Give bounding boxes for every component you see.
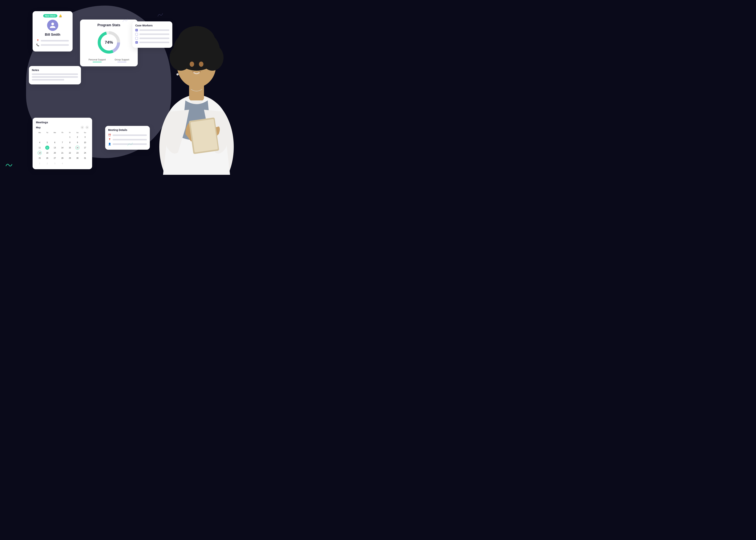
cal-day[interactable]: 1 bbox=[66, 134, 74, 140]
calendar-week-6: 1 2 3 4 bbox=[36, 161, 89, 166]
cal-day[interactable]: 16 bbox=[74, 145, 81, 150]
day-header-sa: Sa bbox=[74, 131, 81, 134]
cal-day[interactable]: 5 bbox=[44, 140, 51, 145]
legend-personal: Personal Support bbox=[89, 59, 106, 62]
cal-day[interactable]: 10 bbox=[81, 140, 89, 145]
cal-day[interactable]: 13 bbox=[51, 145, 59, 150]
cal-day[interactable]: 3 bbox=[81, 134, 89, 140]
bell-icon[interactable]: 🔔 bbox=[59, 14, 62, 17]
cal-day[interactable]: 22 bbox=[66, 150, 74, 156]
deco-icon-tr bbox=[157, 13, 163, 18]
calendar-week-1: 1 2 3 bbox=[36, 134, 89, 140]
checkbox-3[interactable] bbox=[135, 37, 138, 40]
cal-day[interactable]: 28 bbox=[59, 156, 66, 161]
cal-day[interactable]: 9 bbox=[74, 140, 81, 145]
calendar-week-3: 11 12 13 14 15 16 17 bbox=[36, 145, 89, 150]
day-header-tu: Tu bbox=[44, 131, 51, 134]
donut-chart: 74% bbox=[96, 29, 122, 56]
checkbox-1[interactable] bbox=[135, 29, 138, 32]
legend-group-label: Group Support bbox=[115, 59, 129, 61]
checkbox-2[interactable] bbox=[135, 33, 138, 36]
cal-day[interactable]: 18 bbox=[36, 150, 44, 156]
user-icon: 👤 bbox=[108, 143, 111, 145]
cal-day[interactable] bbox=[44, 134, 51, 140]
new-client-badge: New Client bbox=[43, 14, 57, 18]
calendar-card: Meetings May < > Mo Tu We Th Fr Sa Su bbox=[33, 118, 92, 169]
cal-day[interactable]: 25 bbox=[36, 156, 44, 161]
person-icon bbox=[49, 22, 56, 29]
checkbox-4[interactable] bbox=[135, 41, 138, 44]
brand-logo bbox=[5, 161, 13, 170]
cal-day[interactable] bbox=[51, 134, 59, 140]
cal-day[interactable]: 1 bbox=[36, 161, 44, 166]
caseworkers-title: Case Workers bbox=[135, 24, 169, 27]
legend-group: Group Support bbox=[115, 59, 129, 62]
teal-line bbox=[93, 62, 101, 62]
cal-day[interactable] bbox=[59, 134, 66, 140]
cal-day[interactable]: 3 bbox=[51, 161, 59, 166]
notes-card: Notes bbox=[29, 66, 81, 84]
calendar-week-4: 18 19 20 21 22 23 24 bbox=[36, 150, 89, 156]
profile-detail-address: 📍 bbox=[36, 39, 69, 42]
cw-row-1 bbox=[135, 29, 169, 32]
day-header-mo: Mo bbox=[36, 131, 44, 134]
cal-day[interactable] bbox=[81, 161, 89, 166]
location-pin-icon: 📍 bbox=[36, 39, 39, 42]
cal-day[interactable]: 7 bbox=[59, 140, 66, 145]
meeting-detail-location: 📍 bbox=[108, 138, 147, 141]
meeting-details-title: Meeting Details bbox=[108, 128, 147, 131]
legend-personal-label: Personal Support bbox=[89, 59, 106, 61]
cw-bar-2 bbox=[139, 34, 169, 35]
cal-day[interactable]: 15 bbox=[66, 145, 74, 150]
caseworkers-card: Case Workers bbox=[132, 21, 172, 48]
meetings-title: Meetings bbox=[36, 121, 89, 124]
cw-row-3 bbox=[135, 37, 169, 40]
cal-day[interactable]: 2 bbox=[44, 161, 51, 166]
cw-bar-1 bbox=[139, 29, 169, 31]
percentage-text: 74% bbox=[105, 40, 113, 45]
cal-day[interactable]: 4 bbox=[36, 140, 44, 145]
meeting-detail-time: ⏰ bbox=[108, 134, 147, 136]
cal-day[interactable]: 8 bbox=[66, 140, 74, 145]
cal-day[interactable]: 20 bbox=[51, 150, 59, 156]
cal-day[interactable]: 27 bbox=[51, 156, 59, 161]
phone-bar bbox=[41, 44, 69, 46]
cal-day[interactable] bbox=[36, 134, 44, 140]
purple-line bbox=[117, 62, 126, 62]
avatar bbox=[47, 20, 58, 31]
cal-day[interactable]: 23 bbox=[74, 150, 81, 156]
deco-icon-bottom bbox=[127, 142, 133, 147]
cal-day[interactable]: 17 bbox=[81, 145, 89, 150]
profile-detail-phone: 📞 bbox=[36, 44, 69, 46]
location-icon: 📍 bbox=[108, 138, 111, 141]
cal-day[interactable]: 12 bbox=[44, 145, 51, 150]
cal-day[interactable]: 14 bbox=[59, 145, 66, 150]
next-month-button[interactable]: > bbox=[86, 126, 89, 129]
cal-day[interactable]: 24 bbox=[81, 150, 89, 156]
cal-day[interactable]: 21 bbox=[59, 150, 66, 156]
calendar-week-2: 4 5 6 7 8 9 10 bbox=[36, 140, 89, 145]
cw-bar-3 bbox=[139, 38, 169, 39]
profile-card: New Client 🔔 Bill Smith 📍 📞 bbox=[33, 11, 73, 52]
cal-day[interactable] bbox=[74, 161, 81, 166]
cards-area: New Client 🔔 Bill Smith 📍 📞 Program Stat… bbox=[0, 0, 245, 175]
notes-line-2 bbox=[32, 76, 78, 78]
day-header-we: We bbox=[51, 131, 59, 134]
cal-day[interactable]: 6 bbox=[51, 140, 59, 145]
calendar-header: May < > bbox=[36, 126, 89, 129]
cal-day[interactable]: 31 bbox=[81, 156, 89, 161]
cal-day[interactable]: 30 bbox=[74, 156, 81, 161]
calendar-grid: Mo Tu We Th Fr Sa Su 1 2 3 bbox=[36, 131, 89, 166]
cal-day[interactable]: 4 bbox=[59, 161, 66, 166]
notes-title: Notes bbox=[32, 68, 78, 71]
cal-day[interactable] bbox=[66, 161, 74, 166]
cal-day[interactable]: 11 bbox=[36, 145, 44, 150]
cal-day[interactable]: 2 bbox=[74, 134, 81, 140]
stats-title: Program Stats bbox=[84, 23, 134, 27]
clock-icon: ⏰ bbox=[108, 134, 111, 136]
badge-area: New Client 🔔 bbox=[36, 14, 69, 18]
prev-month-button[interactable]: < bbox=[81, 126, 84, 129]
cal-day[interactable]: 29 bbox=[66, 156, 74, 161]
cal-day[interactable]: 26 bbox=[44, 156, 51, 161]
cal-day[interactable]: 19 bbox=[44, 150, 51, 156]
